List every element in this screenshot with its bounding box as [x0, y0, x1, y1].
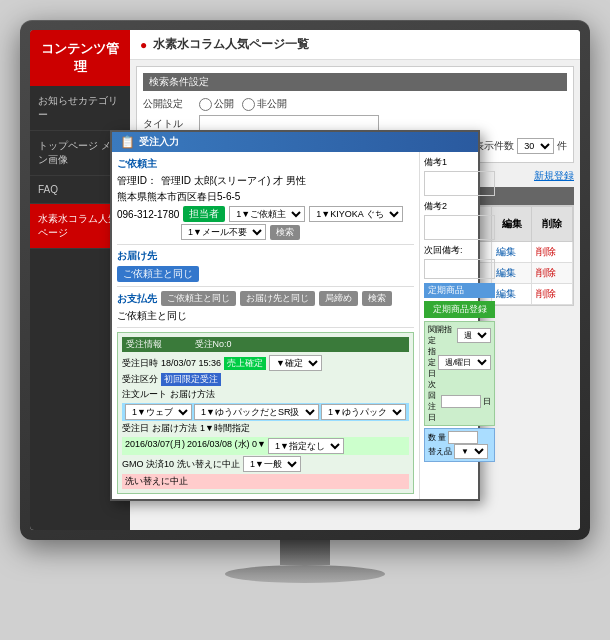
- delivery-date2: 2016/03/08 (水) 0▼: [187, 438, 266, 454]
- periodic-detail-5: 替え品: [428, 446, 452, 457]
- count-select[interactable]: 30: [517, 138, 554, 154]
- route-select[interactable]: 1▼ウェブ: [130, 404, 192, 420]
- periodic-item-2: 数 量 替え品 ▼: [424, 428, 495, 462]
- tel-row: 096-312-1780 担当者 1▼ご依頼主 1▼KIYOKA ぐち: [130, 206, 414, 222]
- delivery-spec-select[interactable]: 1▼指定なし: [268, 438, 344, 454]
- admin-id-row: 管理ID： 管理ID 太郎(スリーアイ) 才 男性: [130, 174, 414, 188]
- sidebar-item-category[interactable]: お知らせカテゴリー: [30, 86, 130, 131]
- customer-section-title: ご依頼主: [130, 157, 414, 171]
- order-date-value: 18/03/07 15:36: [161, 358, 221, 368]
- periodic-register-btn[interactable]: 定期商品登録: [424, 301, 495, 318]
- route-row: 1▼ウェブ 1▼ゆうパックだとSR扱 1▼ゆうパック: [130, 403, 409, 421]
- page-header-title: 水素水コラム人気ページ一覧: [153, 36, 309, 53]
- order-date-row: 受注日時 18/03/07 15:36 売上確定 ▼確定: [130, 355, 409, 371]
- periodic-row-3: 次回注日 日: [428, 379, 491, 423]
- depend-row: ご依頼主と同じ: [130, 309, 414, 323]
- kiyoka-select[interactable]: 1▼KIYOKA ぐち: [309, 206, 403, 222]
- public-setting-row: 公開設定 公開 非公開: [143, 97, 567, 111]
- same-as-customer-btn[interactable]: ご依頼主と同じ: [130, 266, 199, 282]
- order-type-label: 受注区分: [130, 373, 158, 386]
- periodic-row-2: 指定日 週/曜日: [428, 346, 491, 379]
- admin-id-label: 管理ID：: [130, 174, 157, 188]
- page-header-icon: ●: [140, 38, 147, 52]
- title-search-label: タイトル: [143, 117, 193, 131]
- delivery-row: ご依頼主と同じ: [130, 266, 414, 282]
- settlement-btn[interactable]: 局締め: [319, 291, 358, 306]
- next-label: 次回備考:: [424, 244, 495, 257]
- note2-label: 備考2: [424, 200, 495, 213]
- delivery-date-row: 受注日 お届け方法 1▼時間指定: [130, 422, 409, 435]
- periodic-item-1: 関開指定 週 指定日 週/曜日 次回注日 日: [424, 321, 495, 426]
- same-as-delivery-btn[interactable]: お届け先と同じ: [240, 291, 315, 306]
- route-label: 注文ルート: [130, 388, 167, 401]
- note1-label: 備考1: [424, 156, 495, 169]
- col-delete: 削除: [532, 207, 573, 242]
- sidebar-logo: コンテンツ管理: [30, 30, 130, 86]
- delivery-date-label2: お届け方法: [152, 422, 197, 435]
- non-public-radio[interactable]: [242, 98, 255, 111]
- user-btn[interactable]: 担当者: [183, 206, 225, 222]
- page-header: ● 水素水コラム人気ページ一覧: [130, 30, 580, 60]
- region-select[interactable]: 1▼一般: [243, 456, 301, 472]
- non-public-radio-label[interactable]: 非公開: [242, 97, 287, 111]
- payment-section-title: お支払先: [130, 292, 157, 306]
- periodic-row-4: 数 量: [428, 431, 491, 444]
- pack-select[interactable]: 1▼ゆうパックだとSR扱: [194, 404, 319, 420]
- confirm-select[interactable]: ▼確定: [269, 355, 322, 371]
- row-delete[interactable]: 削除: [532, 242, 573, 263]
- time-spec-label: 1▼時間指定: [200, 422, 250, 435]
- quantity-input[interactable]: [448, 431, 478, 444]
- periodic-select-2[interactable]: 週/曜日: [438, 355, 491, 370]
- region-row: GMO 決済10 洗い替えに中止 1▼一般: [130, 456, 409, 472]
- periodic-detail-3: 次回注日: [428, 379, 439, 423]
- overlay-body: ご依頼主 管理ID： 管理ID 太郎(スリーアイ) 才 男性 熊本県熊本市西区春…: [130, 152, 419, 499]
- periodic-row-5: 替え品 ▼: [428, 444, 491, 459]
- monitor-outer: コンテンツ管理 お知らせカテゴリー トップページ メイン画像 FAQ 水素水コラ…: [15, 20, 595, 620]
- wash-label: 洗い替えに中止: [177, 458, 240, 471]
- monitor-neck: [280, 540, 330, 565]
- search-btn[interactable]: 検索: [270, 225, 300, 240]
- pack2-select[interactable]: 1▼ゆうパック: [321, 404, 406, 420]
- order-header: 受注情報 受注No:0: [130, 337, 409, 352]
- order-type-row: 受注区分 初回限定受注: [130, 373, 409, 386]
- periodic-date-input[interactable]: [441, 395, 481, 408]
- overlay-window: 📋 受注入力 ご依頼主 管理ID： 管理ID 太郎(スリーアイ) 才 男性: [130, 130, 480, 501]
- search-btn2[interactable]: 検索: [362, 291, 392, 306]
- same-as-customer-btn2[interactable]: ご依頼主と同じ: [161, 291, 236, 306]
- status-label: 売上確定: [224, 357, 266, 370]
- depend-label2: ご依頼主と同じ: [130, 309, 187, 323]
- overlay-title-bar: 📋 受注入力: [130, 132, 478, 152]
- overlay-title-text: 受注入力: [139, 135, 179, 149]
- periodic-select-1[interactable]: 週: [457, 328, 491, 343]
- monitor-base: [225, 565, 385, 583]
- cancel-label: 洗い替えに中止: [130, 475, 188, 488]
- row-delete[interactable]: 削除: [532, 284, 573, 305]
- order-section: 受注情報 受注No:0 受注日時 18/03/07 15:36 売上確定 ▼確定: [130, 332, 414, 494]
- tel-value: 096-312-1780: [130, 209, 179, 220]
- next-field[interactable]: [424, 259, 495, 279]
- overlay-title-icon: 📋: [130, 135, 135, 149]
- periodic-detail-4: 数 量: [428, 432, 446, 443]
- replace-select[interactable]: ▼: [454, 444, 488, 459]
- note1-field[interactable]: [424, 171, 495, 196]
- mail-select[interactable]: 1▼メール不要: [181, 224, 266, 240]
- monitor-screen: コンテンツ管理 お知らせカテゴリー トップページ メイン画像 FAQ 水素水コラ…: [30, 30, 580, 530]
- monitor-bezel: コンテンツ管理 お知らせカテゴリー トップページ メイン画像 FAQ 水素水コラ…: [20, 20, 590, 540]
- separator2: [130, 286, 414, 287]
- public-radio-label[interactable]: 公開: [199, 97, 234, 111]
- public-radio[interactable]: [199, 98, 212, 111]
- delivery-section-title: お届け先: [130, 249, 414, 263]
- address-row: 熊本県熊本市西区春日5-6-5: [130, 190, 414, 204]
- separator3: [130, 327, 414, 328]
- separator1: [130, 244, 414, 245]
- depend-select[interactable]: 1▼ご依頼主: [229, 206, 305, 222]
- periodic-date-label: 日: [483, 396, 491, 407]
- region-label: GMO 決済10: [130, 458, 174, 471]
- method-label: お届け方法: [170, 388, 215, 401]
- delivery-dates-row: 2016/03/07(月) 2016/03/08 (水) 0▼ 1▼指定なし: [130, 437, 409, 455]
- periodic-row-1: 関開指定 週: [428, 324, 491, 346]
- new-register-link[interactable]: 新規登録: [534, 170, 574, 181]
- order-section-title: 受注情報: [130, 339, 162, 349]
- note2-field[interactable]: [424, 215, 495, 240]
- row-delete[interactable]: 削除: [532, 263, 573, 284]
